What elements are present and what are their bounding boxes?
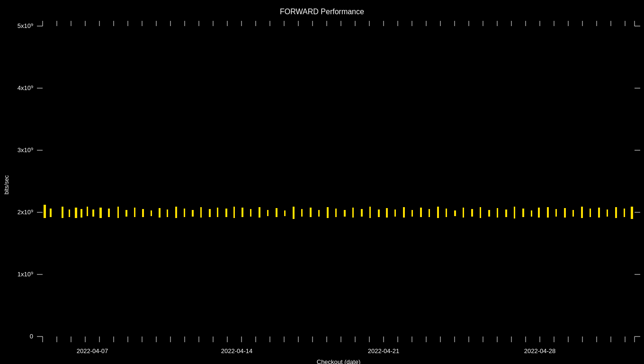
svg-rect-147 (454, 210, 456, 216)
svg-rect-117 (200, 207, 202, 218)
y-tick-5e9: 5x10⁹ (18, 22, 33, 29)
svg-rect-159 (555, 209, 557, 217)
x-axis-label: Checkout (date) (317, 358, 361, 364)
svg-rect-121 (233, 207, 235, 218)
y-tick-4e9: 4x10⁹ (18, 84, 33, 91)
svg-rect-124 (259, 207, 260, 218)
svg-rect-123 (250, 209, 251, 217)
chart-svg: 5x10⁹ 4x10⁹ 3x10⁹ bits/sec 2x10⁹ 1x10⁹ 0 (0, 0, 644, 364)
top-ticks (43, 21, 635, 26)
svg-rect-127 (284, 210, 286, 216)
svg-rect-103 (87, 207, 88, 216)
svg-rect-164 (598, 208, 600, 218)
svg-rect-166 (615, 207, 617, 218)
svg-rect-109 (134, 208, 135, 217)
svg-rect-105 (99, 208, 102, 218)
svg-rect-154 (514, 207, 515, 218)
svg-rect-150 (480, 207, 481, 218)
svg-rect-161 (572, 210, 574, 217)
y-axis-label: bits/sec (3, 175, 10, 195)
svg-rect-115 (184, 209, 185, 217)
svg-rect-141 (403, 207, 405, 218)
svg-rect-137 (369, 207, 371, 218)
x-tick-apr28: 2022-04-28 (524, 347, 556, 355)
x-tick-apr7: 2022-04-07 (77, 347, 108, 355)
svg-rect-152 (497, 208, 498, 218)
svg-rect-128 (293, 207, 295, 219)
svg-rect-167 (624, 209, 625, 217)
svg-rect-132 (327, 207, 329, 218)
svg-rect-157 (538, 208, 540, 218)
svg-rect-97 (44, 205, 46, 218)
svg-rect-108 (125, 210, 127, 217)
svg-rect-134 (344, 210, 346, 217)
svg-rect-151 (488, 210, 490, 217)
svg-rect-101 (75, 208, 77, 218)
svg-rect-168 (631, 207, 633, 219)
svg-rect-156 (531, 210, 532, 217)
data-bars (44, 205, 633, 219)
svg-rect-130 (310, 208, 312, 217)
bottom-ticks (43, 337, 635, 342)
svg-rect-148 (463, 208, 464, 218)
svg-rect-138 (378, 209, 380, 217)
svg-rect-145 (437, 207, 439, 218)
svg-rect-114 (175, 207, 177, 218)
svg-rect-149 (471, 209, 473, 217)
svg-rect-112 (159, 208, 161, 218)
svg-rect-118 (209, 209, 211, 217)
svg-rect-102 (80, 209, 82, 218)
y-tick-1e9: 1x10⁹ (18, 271, 33, 278)
y-tick-2e9: 2x10⁹ (18, 209, 33, 216)
svg-rect-142 (411, 210, 413, 217)
svg-rect-106 (108, 209, 110, 217)
svg-rect-129 (301, 209, 303, 217)
svg-rect-99 (62, 207, 63, 218)
svg-rect-140 (394, 209, 396, 217)
svg-rect-160 (564, 208, 566, 218)
svg-rect-158 (547, 207, 549, 218)
y-tick-3e9: 3x10⁹ (18, 146, 33, 154)
svg-rect-120 (225, 209, 227, 217)
svg-rect-104 (92, 209, 94, 217)
svg-rect-135 (352, 208, 354, 218)
svg-rect-110 (142, 209, 144, 217)
svg-rect-153 (505, 209, 507, 217)
svg-rect-98 (50, 209, 52, 217)
svg-rect-155 (522, 209, 524, 217)
svg-rect-165 (607, 209, 608, 217)
chart-container: FORWARD Performance 5x10⁹ 4x10⁹ 3x10⁹ bi… (0, 0, 644, 364)
svg-rect-162 (581, 207, 583, 218)
svg-rect-144 (429, 209, 430, 217)
x-tick-apr14: 2022-04-14 (221, 347, 253, 355)
svg-rect-126 (276, 208, 277, 217)
x-tick-apr21: 2022-04-21 (368, 347, 400, 355)
svg-rect-119 (217, 208, 218, 217)
svg-rect-143 (420, 208, 422, 217)
svg-rect-113 (167, 209, 168, 217)
svg-rect-122 (242, 208, 243, 217)
svg-rect-107 (117, 207, 119, 218)
svg-rect-136 (361, 209, 363, 217)
svg-rect-100 (69, 209, 70, 217)
svg-rect-131 (318, 210, 320, 217)
svg-rect-133 (335, 209, 337, 217)
svg-rect-111 (151, 210, 152, 216)
svg-rect-116 (192, 210, 194, 217)
svg-rect-139 (386, 208, 388, 218)
svg-rect-125 (267, 210, 268, 216)
y-tick-0: 0 (30, 333, 33, 340)
svg-rect-146 (446, 209, 447, 217)
svg-rect-163 (590, 209, 591, 217)
